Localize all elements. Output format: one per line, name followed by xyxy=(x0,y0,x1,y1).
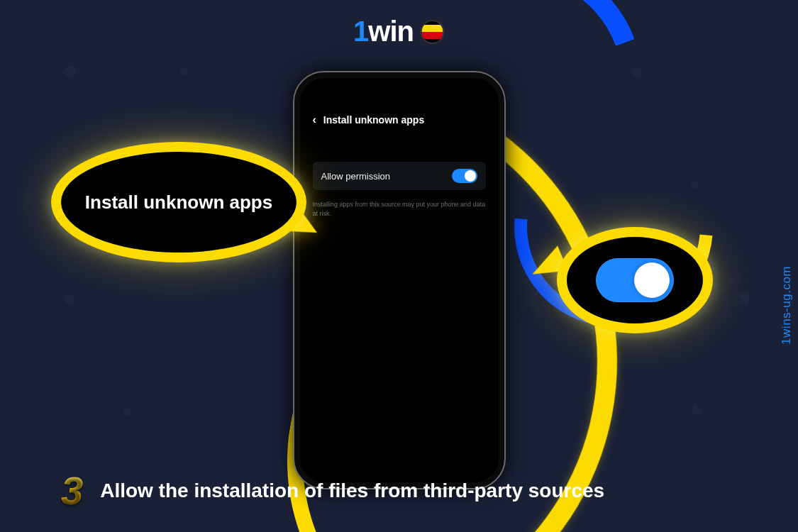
callout-left-text: Install unknown apps xyxy=(85,192,272,214)
brand-logo: 1win xyxy=(353,16,445,48)
chevron-left-icon[interactable]: ‹ xyxy=(313,113,316,126)
site-watermark: 1wins-ug.com xyxy=(780,266,794,345)
callout-toggle-zoom xyxy=(557,227,713,333)
step-text: Allow the installation of files from thi… xyxy=(100,480,604,502)
callout-install-unknown-apps: Install unknown apps xyxy=(51,142,306,262)
uganda-flag-icon xyxy=(421,20,445,44)
step-number: 3 xyxy=(61,467,83,514)
permission-hint: Installing apps from this source may put… xyxy=(313,200,486,218)
settings-header: ‹ Install unknown apps xyxy=(313,113,486,126)
settings-title: Install unknown apps xyxy=(323,114,424,126)
step-caption: 3 Allow the installation of files from t… xyxy=(61,467,755,514)
phone-screen: ‹ Install unknown apps Allow permission … xyxy=(301,79,497,481)
allow-permission-toggle[interactable] xyxy=(452,169,477,183)
allow-permission-row[interactable]: Allow permission xyxy=(313,162,486,190)
phone-mockup: ‹ Install unknown apps Allow permission … xyxy=(293,71,506,489)
brand-name: 1win xyxy=(353,16,414,48)
toggle-on-icon xyxy=(596,258,674,302)
allow-permission-label: Allow permission xyxy=(321,171,391,182)
